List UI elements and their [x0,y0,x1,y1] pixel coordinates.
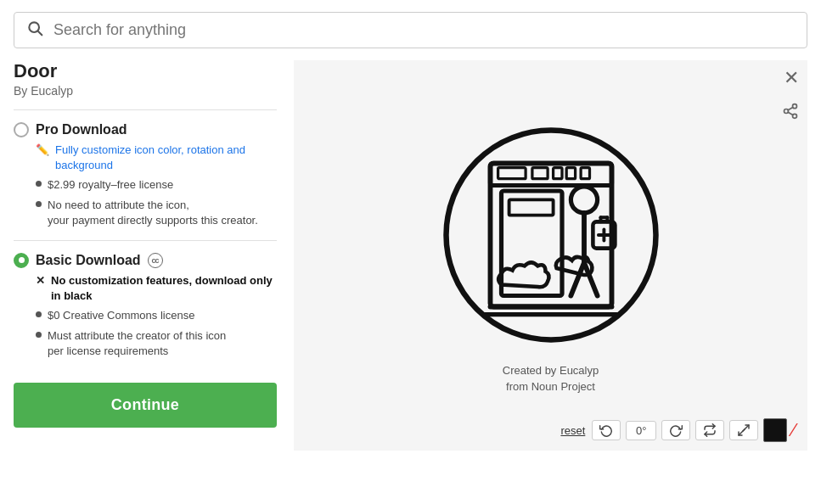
share-button[interactable] [782,103,799,124]
svg-rect-12 [498,167,526,178]
bullet-icon-3 [36,311,42,317]
pro-feature-2-text: $2.99 royalty–free license [48,177,173,193]
pro-feature-3: No need to attribute the icon, your paym… [36,198,277,228]
search-input[interactable] [53,21,795,39]
svg-line-6 [788,107,793,109]
pro-features: ✏️ Fully customize icon color, rotation … [14,143,277,228]
title-section: Door By Eucalyp [14,60,277,98]
pro-feature-1: ✏️ Fully customize icon color, rotation … [36,143,277,173]
basic-download-label: Basic Download [36,253,141,268]
divider-1 [14,109,277,110]
rotate-left-button[interactable] [592,420,621,440]
divider-2 [14,240,277,241]
icon-credit-line2: from Noun Project [506,380,595,393]
svg-rect-14 [553,167,561,178]
no-color-icon[interactable]: ⁄ [792,419,796,441]
icon-svg-wrap [432,116,670,354]
x-mark-icon: ✕ [36,273,45,288]
basic-radio[interactable] [14,253,29,268]
flip-horizontal-button[interactable] [729,420,758,440]
cc-icon: cc [148,253,163,268]
svg-rect-16 [581,167,589,178]
basic-feature-2-text: $0 Creative Commons license [48,308,194,323]
pro-download-label: Pro Download [36,122,127,137]
left-panel: Door By Eucalyp Pro Download ✏️ Fully cu… [14,60,294,451]
search-icon [26,20,43,41]
svg-line-5 [788,112,793,115]
search-bar [14,12,807,48]
basic-feature-3-text: Must attribute the creator of this icon … [48,328,226,359]
svg-line-19 [571,262,584,295]
pro-download-header: Pro Download [14,122,277,137]
icon-preview: Created by Eucalyp from Noun Project [432,116,670,395]
svg-rect-13 [531,167,547,178]
main-layout: Door By Eucalyp Pro Download ✏️ Fully cu… [0,60,821,451]
icon-title: Door [14,60,277,82]
basic-feature-1-text: No customization features, download only… [51,273,277,304]
basic-feature-3: Must attribute the creator of this icon … [36,328,277,359]
svg-rect-15 [566,167,575,178]
icon-svg [441,125,661,345]
basic-download-header: Basic Download cc [14,253,277,268]
svg-line-1 [38,31,42,36]
bullet-icon-4 [36,332,42,338]
continue-button[interactable]: Continue [14,383,277,428]
bullet-icon [36,181,42,187]
svg-rect-11 [509,199,553,215]
pro-feature-2: $2.99 royalty–free license [36,177,277,193]
svg-point-17 [571,186,597,212]
bullet-icon-2 [36,201,42,207]
author-label: By Eucalyp [14,84,277,98]
color-swatch[interactable] [763,418,787,442]
reset-button[interactable]: reset [560,424,585,437]
close-button[interactable]: ✕ [784,69,799,87]
basic-feature-1: ✕ No customization features, download on… [36,273,277,304]
pro-radio[interactable] [14,122,29,137]
icon-credit: Created by Eucalyp from Noun Project [503,362,599,395]
basic-download-option[interactable]: Basic Download cc ✕ No customization fea… [14,253,277,359]
pencil-icon: ✏️ [36,143,49,158]
pro-feature-3-text: No need to attribute the icon, your paym… [48,198,258,228]
bottom-toolbar: reset 0° [294,418,807,442]
right-panel: ✕ [294,60,807,451]
pro-download-option[interactable]: Pro Download ✏️ Fully customize icon col… [14,122,277,228]
rotate-right-button[interactable] [661,420,690,440]
icon-credit-line1: Created by Eucalyp [503,364,599,377]
basic-feature-2: $0 Creative Commons license [36,308,277,323]
rotation-value: 0° [626,421,656,440]
pro-customize-link[interactable]: Fully customize icon color, rotation and… [55,143,277,173]
flip-vertical-button[interactable] [695,420,724,440]
basic-features: ✕ No customization features, download on… [14,273,277,359]
